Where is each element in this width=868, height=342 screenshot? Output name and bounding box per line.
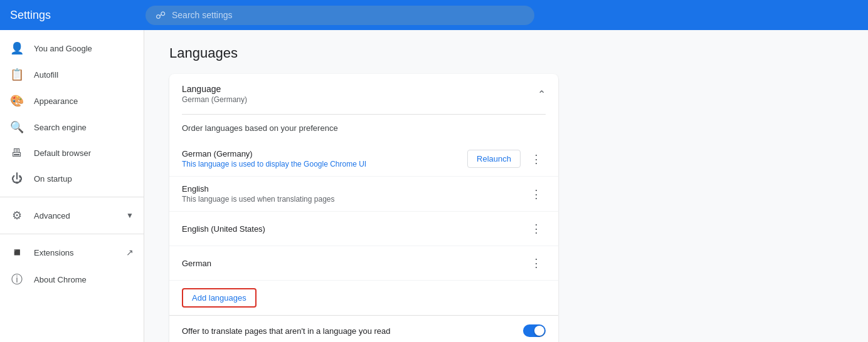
default-browser-icon: 🖶 [10, 147, 24, 160]
appearance-icon: 🎨 [10, 94, 24, 108]
language-name: English (United States) [182, 224, 527, 234]
page-title: Languages [169, 45, 843, 61]
language-subtitle: German (Germany) [182, 95, 247, 104]
external-link-icon: ↗ [126, 247, 134, 257]
sidebar-item-appearance[interactable]: 🎨 Appearance [0, 88, 139, 114]
translate-toggle-row: Offer to translate pages that aren't in … [169, 316, 558, 342]
sidebar-item-autofill[interactable]: 📋 Autofill [0, 61, 139, 88]
sidebar-label-extensions: Extensions [34, 248, 74, 257]
more-options-icon[interactable]: ⋮ [527, 219, 546, 238]
sidebar-item-search-engine[interactable]: 🔍 Search engine [0, 114, 139, 140]
add-languages-button[interactable]: Add languages [182, 288, 257, 308]
sidebar-label-search-engine: Search engine [34, 123, 87, 132]
language-row: German (Germany) This language is used t… [169, 142, 558, 177]
language-section-header[interactable]: Language German (Germany) ⌃ [169, 74, 558, 114]
search-input[interactable] [172, 10, 524, 20]
startup-icon: ⏻ [10, 172, 24, 185]
translate-toggle[interactable] [523, 324, 546, 337]
search-bar[interactable]: ☍ [146, 6, 534, 25]
language-row: German ⋮ [169, 246, 558, 281]
sidebar-item-default-browser[interactable]: 🖶 Default browser [0, 140, 139, 166]
language-name: German [182, 259, 527, 268]
app-header: Settings ☍ [0, 0, 868, 30]
translate-toggle-label: Offer to translate pages that aren't in … [182, 326, 391, 336]
more-options-icon[interactable]: ⋮ [527, 254, 546, 272]
language-desc: This language is used to display the Goo… [182, 160, 467, 168]
sidebar-label-on-startup: On startup [34, 174, 72, 184]
sidebar-label-advanced: Advanced [34, 211, 70, 220]
language-name: German (Germany) [182, 149, 467, 158]
sidebar-label-default-browser: Default browser [34, 148, 91, 158]
collapse-icon[interactable]: ⌃ [537, 88, 546, 100]
sidebar-label-about-chrome: About Chrome [34, 275, 87, 284]
main-content: Languages Language German (Germany) ⌃ Or… [144, 30, 868, 342]
sidebar-item-advanced[interactable]: ⚙ Advanced ▼ [0, 202, 144, 229]
sidebar: 👤 You and Google 📋 Autofill 🎨 Appearance… [0, 30, 144, 342]
search-engine-icon: 🔍 [10, 120, 24, 134]
extensions-icon: ◾ [10, 246, 24, 259]
language-row: English This language is used when trans… [169, 177, 558, 212]
sidebar-item-on-startup[interactable]: ⏻ On startup [0, 166, 139, 192]
sidebar-label-autofill: Autofill [34, 70, 58, 80]
order-label: Order languages based on your preference [169, 115, 558, 142]
sidebar-label-appearance: Appearance [34, 96, 78, 106]
sidebar-divider-2 [0, 234, 144, 234]
sidebar-item-extensions[interactable]: ◾ Extensions ↗ [0, 239, 144, 266]
about-icon: ⓘ [10, 272, 24, 287]
chevron-down-icon: ▼ [126, 211, 134, 220]
language-desc: This language is used when translating p… [182, 195, 527, 204]
sidebar-divider-1 [0, 197, 144, 197]
relaunch-button[interactable]: Relaunch [467, 150, 521, 168]
add-languages-wrap: Add languages [169, 281, 558, 316]
more-options-icon[interactable]: ⋮ [527, 185, 546, 204]
language-name: English [182, 184, 527, 194]
language-row: English (United States) ⋮ [169, 212, 558, 246]
language-title: Language [182, 84, 247, 94]
sidebar-label-you-and-google: You and Google [34, 44, 92, 53]
person-icon: 👤 [10, 41, 24, 55]
sidebar-item-you-and-google[interactable]: 👤 You and Google [0, 35, 139, 61]
advanced-icon: ⚙ [10, 209, 24, 222]
more-options-icon[interactable]: ⋮ [527, 150, 546, 168]
autofill-icon: 📋 [10, 68, 24, 81]
sidebar-item-about-chrome[interactable]: ⓘ About Chrome [0, 266, 139, 293]
search-icon: ☍ [156, 9, 166, 21]
languages-card: Language German (Germany) ⌃ Order langua… [169, 74, 558, 342]
app-title: Settings [10, 9, 135, 22]
main-layout: 👤 You and Google 📋 Autofill 🎨 Appearance… [0, 30, 868, 342]
